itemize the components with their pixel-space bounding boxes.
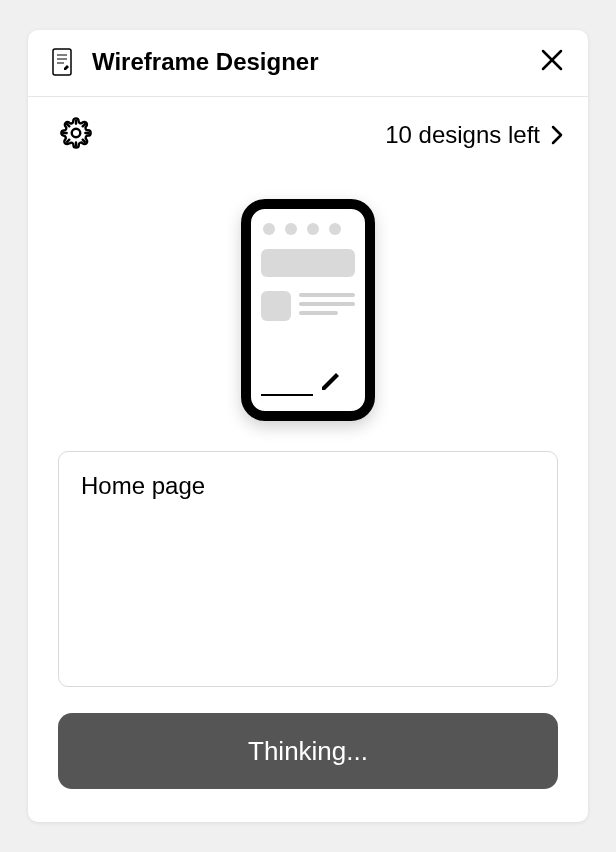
panel-header: Wireframe Designer [28,30,588,97]
panel-title: Wireframe Designer [92,48,319,76]
generate-button[interactable]: Thinking... [58,713,558,789]
close-icon [540,48,564,76]
svg-rect-0 [53,49,71,75]
close-button[interactable] [540,48,564,76]
svg-point-6 [72,129,81,138]
pencil-icon [319,369,343,397]
phone-wireframe-icon [241,199,375,421]
settings-button[interactable] [60,117,92,153]
wireframe-designer-panel: Wireframe Designer 10 [28,30,588,822]
preview-area [28,163,588,451]
toolbar: 10 designs left [28,97,588,163]
footer: Thinking... [28,691,588,819]
gear-icon [60,117,92,153]
designs-left-label: 10 designs left [385,121,540,149]
prompt-input[interactable] [58,451,558,687]
chevron-right-icon [550,124,564,146]
prompt-input-wrap [28,451,588,691]
designs-left-button[interactable]: 10 designs left [385,121,564,149]
wireframe-logo-icon [52,48,72,76]
